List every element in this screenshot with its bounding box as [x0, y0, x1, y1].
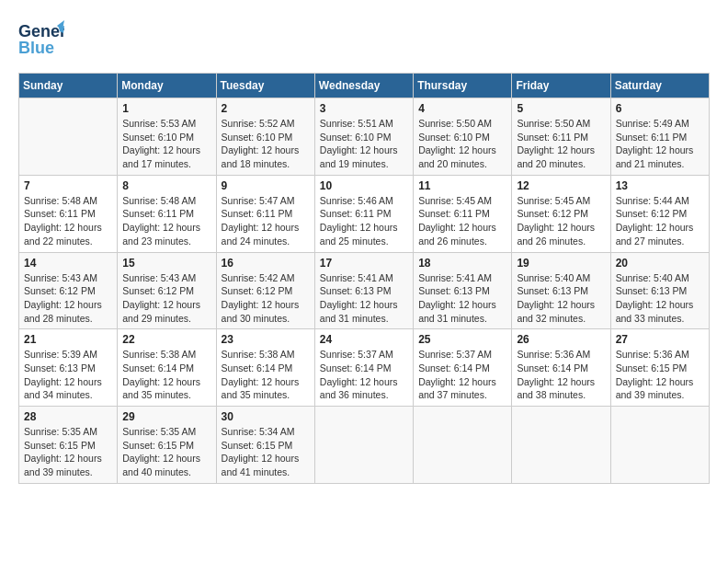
calendar-cell: 2Sunrise: 5:52 AM Sunset: 6:10 PM Daylig…: [216, 98, 314, 176]
calendar-cell: 10Sunrise: 5:46 AM Sunset: 6:11 PM Dayli…: [314, 175, 413, 252]
calendar-cell: [414, 407, 512, 484]
day-info: Sunrise: 5:47 AM Sunset: 6:11 PM Dayligh…: [222, 194, 310, 248]
calendar-cell: 21Sunrise: 5:39 AM Sunset: 6:13 PM Dayli…: [19, 329, 118, 407]
calendar-cell: 9Sunrise: 5:47 AM Sunset: 6:11 PM Daylig…: [216, 175, 314, 252]
calendar-cell: 25Sunrise: 5:37 AM Sunset: 6:14 PM Dayli…: [414, 329, 512, 407]
page-header: General Blue: [18, 18, 710, 63]
calendar-week-row: 14Sunrise: 5:43 AM Sunset: 6:12 PM Dayli…: [19, 252, 710, 329]
calendar-cell: 23Sunrise: 5:38 AM Sunset: 6:14 PM Dayli…: [216, 329, 314, 407]
day-info: Sunrise: 5:48 AM Sunset: 6:11 PM Dayligh…: [24, 194, 112, 248]
calendar-week-row: 1Sunrise: 5:53 AM Sunset: 6:10 PM Daylig…: [19, 98, 710, 176]
day-info: Sunrise: 5:37 AM Sunset: 6:14 PM Dayligh…: [418, 348, 506, 402]
day-number: 2: [222, 102, 310, 115]
weekday-header-cell: Wednesday: [314, 74, 413, 98]
calendar-cell: 12Sunrise: 5:45 AM Sunset: 6:12 PM Dayli…: [512, 175, 610, 252]
day-number: 23: [222, 333, 310, 346]
calendar-cell: 7Sunrise: 5:48 AM Sunset: 6:11 PM Daylig…: [19, 175, 118, 252]
day-number: 25: [418, 333, 506, 346]
calendar-week-row: 7Sunrise: 5:48 AM Sunset: 6:11 PM Daylig…: [19, 175, 710, 252]
svg-text:Blue: Blue: [18, 39, 54, 57]
calendar-cell: 11Sunrise: 5:45 AM Sunset: 6:11 PM Dayli…: [414, 175, 512, 252]
day-info: Sunrise: 5:38 AM Sunset: 6:14 PM Dayligh…: [222, 348, 310, 402]
day-info: Sunrise: 5:36 AM Sunset: 6:15 PM Dayligh…: [616, 348, 704, 402]
day-number: 8: [122, 179, 210, 192]
day-info: Sunrise: 5:42 AM Sunset: 6:12 PM Dayligh…: [222, 271, 310, 326]
day-number: 30: [222, 410, 310, 423]
day-info: Sunrise: 5:35 AM Sunset: 6:15 PM Dayligh…: [24, 425, 112, 479]
calendar-cell: 18Sunrise: 5:41 AM Sunset: 6:13 PM Dayli…: [414, 252, 512, 329]
weekday-header-row: SundayMondayTuesdayWednesdayThursdayFrid…: [19, 74, 710, 98]
calendar-table: SundayMondayTuesdayWednesdayThursdayFrid…: [18, 73, 710, 484]
day-number: 5: [517, 102, 605, 115]
day-info: Sunrise: 5:40 AM Sunset: 6:13 PM Dayligh…: [616, 271, 704, 326]
calendar-cell: 3Sunrise: 5:51 AM Sunset: 6:10 PM Daylig…: [314, 98, 413, 176]
calendar-week-row: 21Sunrise: 5:39 AM Sunset: 6:13 PM Dayli…: [19, 329, 710, 407]
day-info: Sunrise: 5:49 AM Sunset: 6:11 PM Dayligh…: [616, 117, 704, 171]
day-info: Sunrise: 5:48 AM Sunset: 6:11 PM Dayligh…: [122, 194, 210, 248]
day-info: Sunrise: 5:40 AM Sunset: 6:13 PM Dayligh…: [517, 271, 605, 326]
calendar-cell: 29Sunrise: 5:35 AM Sunset: 6:15 PM Dayli…: [118, 407, 216, 484]
calendar-cell: 16Sunrise: 5:42 AM Sunset: 6:12 PM Dayli…: [216, 252, 314, 329]
calendar-cell: 15Sunrise: 5:43 AM Sunset: 6:12 PM Dayli…: [118, 252, 216, 329]
calendar-cell: 20Sunrise: 5:40 AM Sunset: 6:13 PM Dayli…: [610, 252, 709, 329]
day-info: Sunrise: 5:36 AM Sunset: 6:14 PM Dayligh…: [517, 348, 605, 402]
day-number: 13: [616, 179, 704, 192]
calendar-cell: 13Sunrise: 5:44 AM Sunset: 6:12 PM Dayli…: [610, 175, 709, 252]
calendar-cell: 14Sunrise: 5:43 AM Sunset: 6:12 PM Dayli…: [19, 252, 118, 329]
day-number: 4: [418, 102, 506, 115]
day-number: 1: [122, 102, 210, 115]
day-info: Sunrise: 5:43 AM Sunset: 6:12 PM Dayligh…: [122, 271, 210, 326]
day-info: Sunrise: 5:38 AM Sunset: 6:14 PM Dayligh…: [122, 348, 210, 402]
day-info: Sunrise: 5:50 AM Sunset: 6:11 PM Dayligh…: [517, 117, 605, 171]
day-number: 14: [24, 257, 112, 270]
weekday-header-cell: Saturday: [610, 74, 709, 98]
day-number: 21: [24, 333, 112, 346]
day-info: Sunrise: 5:45 AM Sunset: 6:12 PM Dayligh…: [517, 194, 605, 248]
calendar-cell: 28Sunrise: 5:35 AM Sunset: 6:15 PM Dayli…: [19, 407, 118, 484]
day-info: Sunrise: 5:34 AM Sunset: 6:15 PM Dayligh…: [222, 425, 310, 479]
calendar-body: 1Sunrise: 5:53 AM Sunset: 6:10 PM Daylig…: [19, 98, 710, 484]
day-number: 12: [517, 179, 605, 192]
calendar-cell: 19Sunrise: 5:40 AM Sunset: 6:13 PM Dayli…: [512, 252, 610, 329]
logo-icon: General Blue: [18, 18, 64, 63]
calendar-cell: [314, 407, 413, 484]
day-number: 18: [418, 257, 506, 270]
calendar-cell: [610, 407, 709, 484]
logo: General Blue: [18, 18, 64, 63]
calendar-cell: [19, 98, 118, 176]
weekday-header-cell: Sunday: [19, 74, 118, 98]
day-number: 9: [222, 179, 310, 192]
day-info: Sunrise: 5:39 AM Sunset: 6:13 PM Dayligh…: [24, 348, 112, 402]
calendar-cell: 4Sunrise: 5:50 AM Sunset: 6:10 PM Daylig…: [414, 98, 512, 176]
day-info: Sunrise: 5:51 AM Sunset: 6:10 PM Dayligh…: [320, 117, 408, 171]
weekday-header-cell: Monday: [118, 74, 216, 98]
day-number: 15: [122, 257, 210, 270]
day-number: 27: [616, 333, 704, 346]
day-info: Sunrise: 5:53 AM Sunset: 6:10 PM Dayligh…: [122, 117, 210, 171]
calendar-week-row: 28Sunrise: 5:35 AM Sunset: 6:15 PM Dayli…: [19, 407, 710, 484]
day-number: 20: [616, 257, 704, 270]
day-number: 10: [320, 179, 408, 192]
day-info: Sunrise: 5:52 AM Sunset: 6:10 PM Dayligh…: [222, 117, 310, 171]
day-number: 17: [320, 257, 408, 270]
calendar-cell: 30Sunrise: 5:34 AM Sunset: 6:15 PM Dayli…: [216, 407, 314, 484]
weekday-header-cell: Friday: [512, 74, 610, 98]
calendar-cell: [512, 407, 610, 484]
day-number: 26: [517, 333, 605, 346]
day-info: Sunrise: 5:46 AM Sunset: 6:11 PM Dayligh…: [320, 194, 408, 248]
calendar-cell: 22Sunrise: 5:38 AM Sunset: 6:14 PM Dayli…: [118, 329, 216, 407]
day-info: Sunrise: 5:35 AM Sunset: 6:15 PM Dayligh…: [122, 425, 210, 479]
day-info: Sunrise: 5:45 AM Sunset: 6:11 PM Dayligh…: [418, 194, 506, 248]
day-info: Sunrise: 5:43 AM Sunset: 6:12 PM Dayligh…: [24, 271, 112, 326]
day-number: 3: [320, 102, 408, 115]
calendar-cell: 8Sunrise: 5:48 AM Sunset: 6:11 PM Daylig…: [118, 175, 216, 252]
day-number: 29: [122, 410, 210, 423]
calendar-cell: 1Sunrise: 5:53 AM Sunset: 6:10 PM Daylig…: [118, 98, 216, 176]
day-number: 19: [517, 257, 605, 270]
day-number: 28: [24, 410, 112, 423]
day-info: Sunrise: 5:44 AM Sunset: 6:12 PM Dayligh…: [616, 194, 704, 248]
day-number: 16: [222, 257, 310, 270]
calendar-cell: 17Sunrise: 5:41 AM Sunset: 6:13 PM Dayli…: [314, 252, 413, 329]
day-info: Sunrise: 5:50 AM Sunset: 6:10 PM Dayligh…: [418, 117, 506, 171]
calendar-cell: 27Sunrise: 5:36 AM Sunset: 6:15 PM Dayli…: [610, 329, 709, 407]
